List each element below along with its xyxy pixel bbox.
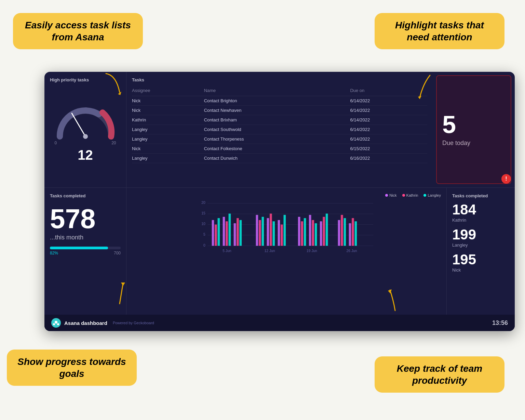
progress-target: 700 [114, 251, 121, 255]
svg-point-55 [57, 323, 59, 325]
cell-due: 6/14/2022 [350, 134, 427, 144]
svg-rect-48 [355, 221, 357, 246]
svg-rect-35 [301, 221, 303, 246]
table-row: LangleyContact Southwold6/14/2022 [132, 125, 427, 134]
svg-rect-25 [256, 215, 258, 246]
footer-time: 13:56 [492, 319, 508, 327]
footer-title: Asana dashboard [64, 320, 107, 326]
gauge-svg [55, 106, 116, 140]
person-name: Nick [452, 267, 509, 273]
svg-rect-41 [323, 217, 325, 246]
legend-item-langley: Langley [423, 193, 441, 197]
svg-point-53 [55, 321, 57, 324]
svg-rect-37 [309, 215, 311, 246]
svg-rect-18 [218, 218, 220, 246]
panel-completed-right: Tasks completed 184 Kathrin 199 Langley … [446, 188, 515, 315]
completed-title-left: Tasks completed [50, 193, 121, 198]
chart-legend: NickKathrinLangley [132, 193, 441, 197]
svg-rect-38 [312, 220, 314, 246]
callout-bottom-left: Show progress towards goals [7, 350, 137, 386]
svg-rect-16 [212, 220, 214, 246]
person-stat-nick: 195 Nick [452, 252, 509, 273]
svg-marker-1 [418, 96, 421, 99]
cell-name: Contact Dunwich [204, 154, 350, 163]
person-stat-kathrin: 184 Kathrin [452, 202, 509, 223]
panel-due-today: 5 Due today ! [436, 75, 511, 184]
gauge-container: 0 20 12 [50, 87, 121, 182]
legend-item-nick: Nick [385, 193, 396, 197]
svg-text:19 Jun: 19 Jun [307, 249, 317, 253]
cell-due: 6/15/2022 [350, 144, 427, 154]
person-number: 195 [452, 252, 509, 267]
col-assignee: Assignee [132, 87, 204, 96]
svg-rect-19 [223, 217, 225, 246]
arrow-tl [99, 72, 126, 96]
table-row: KathrinContact Brixham6/14/2022 [132, 115, 427, 125]
svg-line-4 [72, 113, 85, 136]
alert-badge: ! [501, 174, 511, 184]
panel-tasks-table: Tasks Assignee Name Due on NickContact B… [126, 72, 433, 187]
footer-bar: Asana dashboard Powered by Geckoboard 13… [44, 315, 515, 331]
cell-assignee: Kathrin [132, 115, 204, 125]
cell-assignee: Langley [132, 134, 204, 144]
cell-name: Contact Southwold [204, 125, 350, 134]
cell-due: 6/16/2022 [350, 154, 427, 163]
svg-rect-29 [270, 213, 272, 246]
progress-labels: 82% 700 [50, 251, 121, 255]
cell-name: Contact Thorpeness [204, 134, 350, 144]
person-number: 199 [452, 227, 509, 242]
table-row: LangleyContact Thorpeness6/14/2022 [132, 134, 427, 144]
gauge-labels: 0 20 [55, 141, 116, 145]
footer-powered: Powered by Geckoboard [113, 321, 154, 325]
svg-point-54 [53, 323, 55, 325]
svg-text:20: 20 [201, 201, 205, 205]
svg-rect-32 [281, 224, 283, 246]
svg-rect-33 [284, 215, 286, 246]
svg-text:12 Jun: 12 Jun [265, 249, 275, 253]
svg-rect-36 [304, 218, 306, 246]
svg-rect-28 [267, 218, 269, 246]
team-stats: 184 Kathrin 199 Langley 195 Nick [452, 202, 509, 277]
cell-assignee: Nick [132, 144, 204, 154]
due-today-label: Due today [442, 140, 470, 147]
col-name: Name [204, 87, 350, 96]
svg-rect-42 [326, 213, 328, 246]
cell-assignee: Nick [132, 96, 204, 106]
tasks-table: Assignee Name Due on NickContact Brighto… [132, 87, 427, 163]
asana-logo [51, 318, 61, 328]
cell-name: Contact Folkestone [204, 144, 350, 154]
cell-due: 6/14/2022 [350, 106, 427, 115]
svg-text:0: 0 [203, 243, 205, 247]
completed-title-right: Tasks completed [452, 193, 509, 198]
svg-rect-27 [262, 217, 264, 246]
svg-rect-24 [240, 220, 242, 246]
svg-rect-17 [215, 224, 217, 246]
arrow-br [378, 287, 405, 314]
person-name: Kathrin [452, 218, 509, 223]
progress-bar-fill [50, 247, 108, 249]
svg-rect-26 [259, 220, 261, 246]
svg-rect-30 [273, 221, 275, 246]
table-row: NickContact Newhaven6/14/2022 [132, 106, 427, 115]
svg-rect-22 [234, 223, 236, 246]
svg-rect-47 [352, 218, 354, 246]
due-today-number: 5 [442, 112, 456, 137]
cell-name: Contact Brighton [204, 96, 350, 106]
gauge-min: 0 [55, 141, 57, 145]
svg-text:10: 10 [201, 222, 205, 226]
cell-name: Contact Newhaven [204, 106, 350, 115]
svg-rect-45 [344, 218, 346, 246]
gauge-current: 12 [78, 147, 93, 163]
svg-rect-23 [237, 218, 239, 246]
arrow-bl [106, 280, 133, 307]
table-row: NickContact Folkestone6/15/2022 [132, 144, 427, 154]
callout-top-right: Highlight tasks that need attention [375, 13, 504, 49]
svg-rect-31 [278, 220, 280, 246]
completed-big-number: 578 [50, 205, 121, 233]
table-row: NickContact Brighton6/14/2022 [132, 96, 427, 106]
svg-text:5: 5 [203, 233, 205, 236]
cell-assignee: Langley [132, 154, 204, 163]
progress-bar-container: 82% 700 [50, 247, 121, 255]
svg-text:26 Jun: 26 Jun [347, 249, 357, 253]
callout-top-left: Easily access task lists from Asana [13, 13, 143, 49]
